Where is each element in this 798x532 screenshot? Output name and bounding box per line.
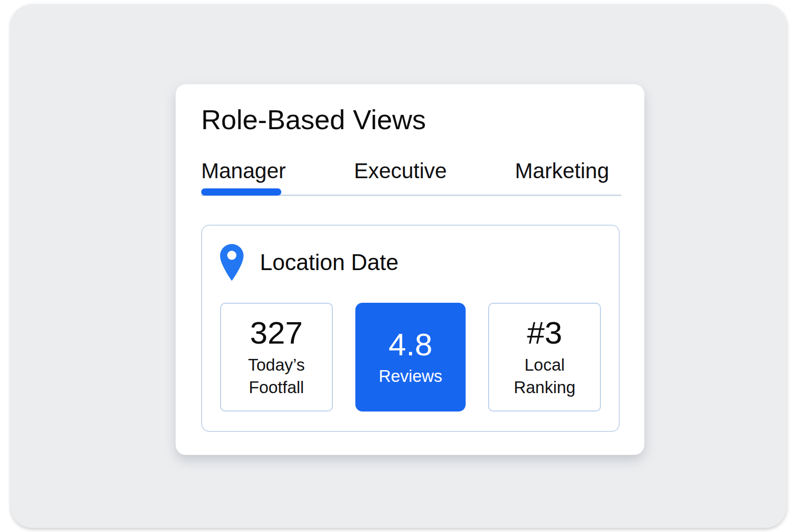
map-pin-icon	[220, 244, 244, 281]
stats-row: 327 Today’s Footfall 4.8 Reviews #3 Loca…	[220, 303, 601, 412]
stat-label: Reviews	[379, 365, 443, 388]
stat-card-reviews[interactable]: 4.8 Reviews	[355, 303, 466, 412]
role-views-card: Role-Based Views Manager Executive Marke…	[176, 84, 644, 455]
stat-value: 327	[250, 315, 303, 350]
stat-label: Local Ranking	[502, 354, 587, 399]
location-panel: Location Date 327 Today’s Footfall 4.8 R…	[201, 225, 620, 432]
stat-card-ranking[interactable]: #3 Local Ranking	[488, 303, 601, 412]
app-background: Role-Based Views Manager Executive Marke…	[11, 4, 787, 528]
location-label: Location Date	[260, 250, 399, 275]
tab-marketing[interactable]: Marketing	[515, 159, 609, 184]
tab-bar: Manager Executive Marketing	[201, 159, 621, 184]
page-title: Role-Based Views	[201, 105, 426, 135]
stat-card-footfall[interactable]: 327 Today’s Footfall	[220, 303, 333, 412]
active-tab-indicator	[201, 188, 281, 196]
tab-executive[interactable]: Executive	[354, 159, 447, 184]
tab-manager[interactable]: Manager	[201, 159, 286, 184]
card-content: Role-Based Views Manager Executive Marke…	[201, 84, 621, 455]
location-header: Location Date	[220, 242, 399, 283]
stat-label: Today’s Footfall	[234, 354, 319, 399]
stat-value: #3	[527, 315, 562, 350]
stat-value: 4.8	[389, 327, 432, 362]
